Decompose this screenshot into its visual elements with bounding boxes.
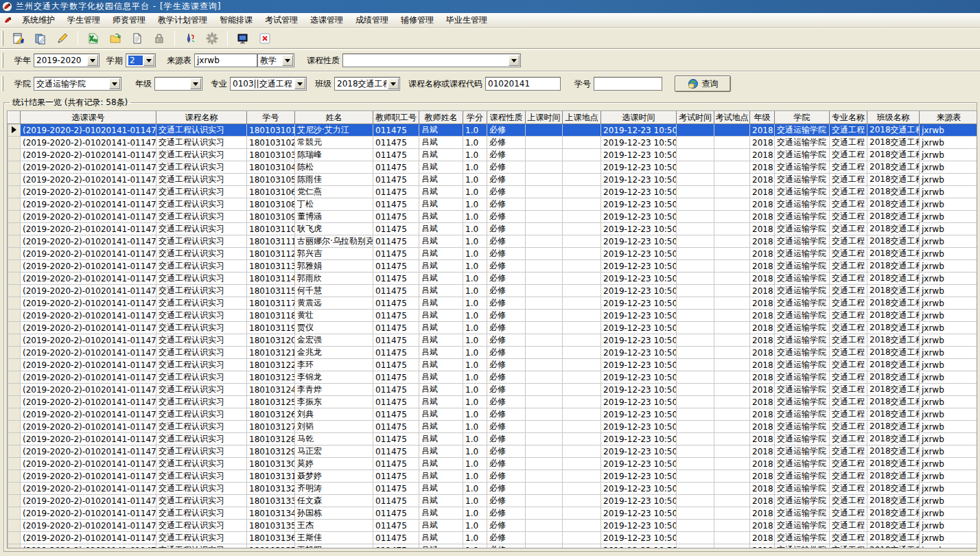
table-cell[interactable]: jxrwb [920,149,978,161]
table-cell[interactable]: 交通工程 [830,310,867,322]
table-cell[interactable]: 2018交通工程01班 [867,347,920,359]
table-cell[interactable]: 2018交通工程01班 [867,211,920,223]
table-row[interactable]: (2019-2020-2)-01020141-011475-1交通工程认识实习1… [8,532,978,544]
table-cell[interactable] [563,285,601,297]
table-cell[interactable]: 1.0 [463,421,487,433]
row-selector[interactable] [8,384,21,396]
table-row[interactable]: (2019-2020-2)-01020141-011475-1交通工程认识实习1… [8,495,978,507]
table-cell[interactable] [563,347,601,359]
table-cell[interactable]: 交通工程认识实习 [156,495,247,507]
table-cell[interactable]: 交通运输学院 [775,433,830,445]
table-row[interactable]: (2019-2020-2)-01020141-011475-1交通工程认识实习1… [8,223,978,235]
table-cell[interactable]: 011475 [373,470,419,483]
table-cell[interactable] [714,161,750,174]
table-cell[interactable]: 2019-12-23 10:50:46 [601,174,677,186]
table-cell[interactable] [563,544,601,549]
column-header[interactable]: 考试地点 [714,112,750,124]
table-cell[interactable]: 2018交通工程01班 [867,235,920,248]
table-cell[interactable]: 2018 [750,470,775,483]
table-cell[interactable]: 必修 [487,470,526,483]
table-cell[interactable]: 2019-12-23 10:50:46 [601,544,677,549]
table-cell[interactable]: 2018 [750,124,775,137]
table-cell[interactable] [677,260,714,273]
table-cell[interactable]: 吕斌 [419,285,463,297]
table-cell[interactable]: 吕斌 [419,297,463,310]
table-cell[interactable]: 2019-12-23 10:50:46 [601,124,677,137]
table-cell[interactable] [714,384,750,396]
table-cell[interactable]: 011475 [373,408,419,421]
table-cell[interactable]: 必修 [487,322,526,334]
table-cell[interactable] [714,297,750,310]
copy-record-icon[interactable] [32,30,49,47]
table-cell[interactable]: jxrwb [920,495,978,507]
table-cell[interactable]: 2018 [750,532,775,544]
table-cell[interactable] [677,248,714,260]
table-row[interactable]: (2019-2020-2)-01020141-011475-1交通工程认识实习1… [8,359,978,371]
table-cell[interactable]: 交通工程 [830,174,867,186]
table-cell[interactable]: 2019-12-23 10:50:46 [601,211,677,223]
table-cell[interactable]: 1.0 [463,186,487,198]
table-row[interactable]: (2019-2020-2)-01020141-011475-1交通工程认识实习1… [8,248,978,260]
row-selector[interactable] [8,223,21,235]
table-cell[interactable]: 2018 [750,297,775,310]
table-cell[interactable]: 2018交通工程01班 [867,384,920,396]
table-cell[interactable]: jxrwb [920,371,978,384]
lock-icon[interactable] [150,30,168,47]
table-cell[interactable]: (2019-2020-2)-01020141-011475-1 [21,211,156,223]
table-cell[interactable] [563,198,601,211]
table-cell[interactable]: 011475 [373,322,419,334]
table-cell[interactable]: 交通工程认识实习 [156,198,247,211]
column-header[interactable]: 学分 [463,112,487,124]
table-cell[interactable]: 吕斌 [419,161,463,174]
table-cell[interactable]: jxrwb [920,483,978,495]
table-cell[interactable] [677,322,714,334]
table-cell[interactable]: 011475 [373,384,419,396]
table-cell[interactable] [677,371,714,384]
table-cell[interactable]: 1.0 [463,161,487,174]
table-row[interactable]: (2019-2020-2)-01020141-011475-1交通工程认识实习1… [8,186,978,198]
table-cell[interactable] [677,359,714,371]
table-cell[interactable]: 1.0 [463,458,487,470]
table-row[interactable]: (2019-2020-2)-01020141-011475-1交通工程认识实习1… [8,433,978,445]
table-cell[interactable]: 交通工程 [830,161,867,174]
table-cell[interactable]: 必修 [487,520,526,532]
table-cell[interactable]: (2019-2020-2)-01020141-011475-1 [21,495,156,507]
table-cell[interactable] [563,483,601,495]
table-cell[interactable] [526,544,563,549]
table-cell[interactable] [714,260,750,273]
table-cell[interactable]: 吕斌 [419,334,463,347]
table-cell[interactable]: 011475 [373,347,419,359]
table-cell[interactable]: 吕斌 [419,371,463,384]
table-cell[interactable]: (2019-2020-2)-01020141-011475-1 [21,248,156,260]
row-selector[interactable] [8,532,21,544]
row-selector[interactable] [8,421,21,433]
table-cell[interactable]: 1.0 [463,310,487,322]
table-cell[interactable]: 180103114 [247,273,295,285]
row-selector[interactable] [8,483,21,495]
row-selector[interactable] [8,186,21,198]
table-cell[interactable] [563,223,601,235]
table-row[interactable]: (2019-2020-2)-01020141-011475-1交通工程认识实习1… [8,310,978,322]
table-cell[interactable]: 吕斌 [419,483,463,495]
table-cell[interactable]: 180103117 [247,297,295,310]
table-cell[interactable]: 必修 [487,421,526,433]
table-cell[interactable]: 011475 [373,495,419,507]
table-cell[interactable]: 011475 [373,149,419,161]
table-cell[interactable]: 交通工程认识实习 [156,532,247,544]
table-cell[interactable]: 180103104 [247,161,295,174]
table-cell[interactable]: 2019-12-23 10:50:46 [601,235,677,248]
table-cell[interactable] [677,532,714,544]
table-cell[interactable] [714,371,750,384]
table-row[interactable]: (2019-2020-2)-01020141-011475-1交通工程认识实习1… [8,260,978,273]
table-cell[interactable] [677,124,714,137]
table-cell[interactable] [563,310,601,322]
row-selector[interactable] [8,470,21,483]
table-cell[interactable] [677,445,714,458]
table-cell[interactable]: 必修 [487,186,526,198]
row-selector[interactable] [8,495,21,507]
table-cell[interactable] [563,421,601,433]
table-cell[interactable]: (2019-2020-2)-01020141-011475-1 [21,520,156,532]
table-cell[interactable]: (2019-2020-2)-01020141-011475-1 [21,322,156,334]
table-cell[interactable]: 2018交通工程01班 [867,322,920,334]
table-cell[interactable]: jxrwb [920,211,978,223]
